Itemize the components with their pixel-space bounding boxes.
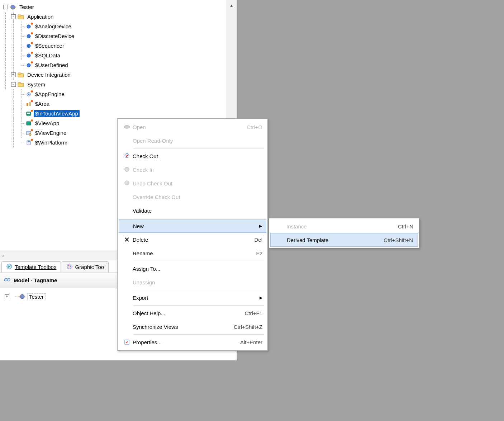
ctx-override-check-out[interactable]: Override Check Out bbox=[118, 190, 267, 204]
platform-icon bbox=[25, 139, 32, 146]
left-arrow-icon: ‹ bbox=[2, 252, 4, 259]
object-icon bbox=[25, 33, 32, 39]
ctx-open[interactable]: Open Ctrl+O bbox=[118, 120, 267, 134]
svg-rect-19 bbox=[27, 122, 31, 125]
area-icon bbox=[25, 101, 32, 107]
svg-point-35 bbox=[125, 181, 129, 185]
galaxy-icon bbox=[19, 293, 26, 300]
globe-check-icon bbox=[6, 263, 13, 271]
open-icon bbox=[121, 124, 133, 130]
viewapp-icon bbox=[25, 120, 32, 127]
intouch-icon bbox=[25, 110, 32, 117]
svg-point-28 bbox=[4, 278, 7, 281]
sub-derived-template[interactable]: Derived Template Ctrl+Shift+N bbox=[270, 233, 418, 247]
ctx-delete[interactable]: Delete Del bbox=[118, 233, 267, 246]
svg-point-29 bbox=[7, 278, 10, 281]
object-icon bbox=[25, 52, 32, 59]
object-icon bbox=[25, 23, 32, 30]
svg-point-4 bbox=[27, 25, 30, 28]
submenu-arrow-icon: ▶ bbox=[260, 295, 262, 300]
svg-point-25 bbox=[67, 264, 72, 269]
tree-node-discretedevice[interactable]: $DiscreteDevice bbox=[1, 31, 224, 41]
submenu-arrow-icon: ▶ bbox=[259, 224, 262, 228]
svg-point-34 bbox=[125, 167, 129, 171]
delete-icon bbox=[121, 237, 133, 242]
tree-node-appengine[interactable]: $AppEngine bbox=[1, 89, 224, 99]
folder-icon bbox=[17, 72, 24, 78]
panel-title: Model - Tagname bbox=[14, 277, 57, 283]
ctx-properties[interactable]: Properties... Alt+Enter bbox=[118, 335, 267, 349]
svg-point-30 bbox=[20, 294, 24, 299]
svg-point-5 bbox=[27, 34, 30, 38]
folder-icon bbox=[17, 14, 24, 20]
properties-icon bbox=[121, 339, 133, 345]
ctx-open-readonly[interactable]: Open Read-Only bbox=[118, 134, 267, 147]
svg-rect-22 bbox=[27, 141, 30, 145]
sub-instance[interactable]: Instance Ctrl+N bbox=[269, 219, 419, 233]
svg-point-26 bbox=[68, 265, 70, 266]
object-icon bbox=[25, 62, 32, 68]
ctx-undo-check-out[interactable]: Undo Check Out bbox=[118, 176, 267, 190]
tree-node-tester[interactable]: - Tester bbox=[1, 2, 224, 12]
svg-point-27 bbox=[70, 266, 71, 267]
svg-point-21 bbox=[29, 133, 31, 136]
ctx-check-in[interactable]: Check In bbox=[118, 163, 267, 176]
tree-node-userdefined[interactable]: $UserDefined bbox=[1, 60, 224, 70]
ctx-synchronize-views[interactable]: Synchronize Views Ctrl+Shift+Z bbox=[118, 320, 267, 334]
ctx-validate[interactable]: Validate bbox=[118, 204, 267, 217]
tree-node-device-integration[interactable]: + Device Integration bbox=[1, 70, 224, 80]
link-icon bbox=[4, 277, 11, 284]
ctx-rename[interactable]: Rename F2 bbox=[118, 246, 267, 260]
svg-point-0 bbox=[11, 5, 15, 9]
object-icon bbox=[25, 43, 32, 49]
palette-icon bbox=[66, 263, 73, 271]
ctx-assign-to[interactable]: Assign To... bbox=[118, 262, 267, 275]
tree-node-sequencer[interactable]: $Sequencer bbox=[1, 41, 224, 51]
ctx-object-help[interactable]: Object Help... Ctrl+F1 bbox=[118, 306, 267, 320]
check-in-icon bbox=[121, 166, 133, 173]
tree-node-intouchviewapp[interactable]: $InTouchViewApp bbox=[1, 109, 224, 118]
ctx-new[interactable]: New ▶ bbox=[119, 219, 266, 233]
svg-rect-10 bbox=[18, 73, 21, 74]
svg-rect-15 bbox=[27, 103, 28, 106]
tab-label: Template Toolbox bbox=[15, 264, 56, 270]
tree-node-system[interactable]: - System bbox=[1, 80, 224, 89]
svg-point-6 bbox=[27, 44, 30, 48]
svg-rect-12 bbox=[18, 82, 21, 84]
tree-node-sqldata[interactable]: $SQLData bbox=[1, 51, 224, 60]
tree-node-application[interactable]: - Application bbox=[1, 12, 224, 22]
svg-rect-18 bbox=[27, 113, 30, 114]
svg-point-8 bbox=[27, 63, 30, 67]
galaxy-icon bbox=[9, 4, 16, 10]
tab-label: Graphic Too bbox=[75, 264, 104, 270]
svg-point-7 bbox=[27, 54, 30, 57]
ctx-unassign[interactable]: Unassign bbox=[118, 275, 267, 289]
scroll-up-icon[interactable]: ▴ bbox=[226, 0, 237, 11]
context-menu: Open Ctrl+O Open Read-Only Check Out Che… bbox=[117, 118, 268, 351]
check-out-icon bbox=[121, 153, 133, 159]
svg-rect-16 bbox=[29, 102, 31, 106]
undo-icon bbox=[121, 180, 133, 186]
tab-graphic-toolbox[interactable]: Graphic Too bbox=[62, 261, 109, 272]
svg-point-32 bbox=[124, 126, 130, 128]
viewengine-icon bbox=[25, 130, 32, 136]
ctx-export[interactable]: Export ▶ bbox=[118, 291, 267, 304]
tree-node-area[interactable]: $Area bbox=[1, 99, 224, 109]
svg-rect-23 bbox=[28, 141, 30, 142]
svg-rect-3 bbox=[18, 15, 21, 16]
svg-point-14 bbox=[28, 94, 29, 95]
folder-icon bbox=[17, 81, 24, 88]
ctx-check-out[interactable]: Check Out bbox=[118, 149, 267, 163]
tab-template-toolbox[interactable]: Template Toolbox bbox=[1, 261, 61, 272]
engine-icon bbox=[25, 91, 32, 98]
new-submenu: Instance Ctrl+N Derived Template Ctrl+Sh… bbox=[269, 218, 419, 248]
tree-node-analogdevice[interactable]: $AnalogDevice bbox=[1, 22, 224, 31]
